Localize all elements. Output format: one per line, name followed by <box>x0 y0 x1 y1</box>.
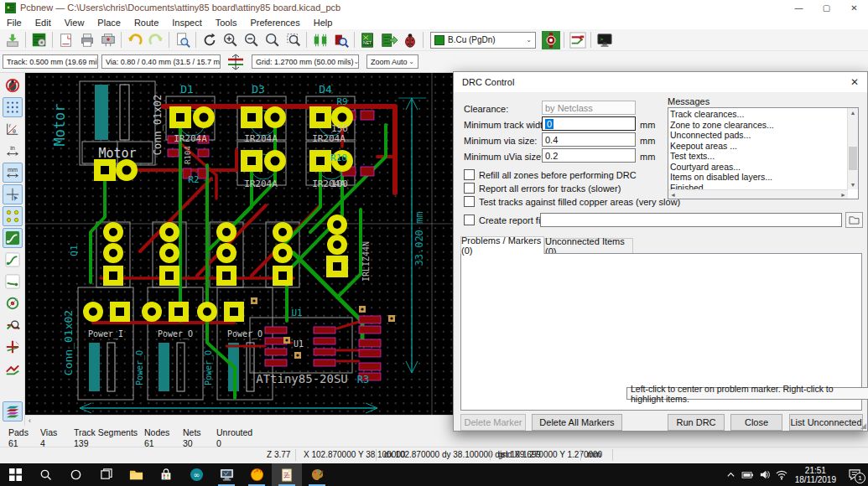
save-icon[interactable] <box>2 30 23 50</box>
hide-ratsnest-icon[interactable] <box>3 228 23 248</box>
zoom-in-icon[interactable] <box>220 30 241 50</box>
units-mm-icon[interactable]: mm <box>3 163 23 183</box>
min-uvia-size-input[interactable]: 0.2 <box>542 148 636 163</box>
search-icon[interactable] <box>30 463 60 486</box>
zone-fill-icon[interactable] <box>3 315 23 335</box>
zone-unfill-icon[interactable] <box>3 337 23 357</box>
layers-manager-icon[interactable] <box>3 401 23 421</box>
units-inches-icon[interactable]: in <box>3 141 23 161</box>
microsoft-store-icon[interactable] <box>151 463 181 486</box>
arduino-icon[interactable]: ∞ <box>181 463 211 486</box>
drc-dialog-titlebar[interactable]: DRC Control ✕ <box>454 72 867 92</box>
netlist-icon[interactable]: NET <box>357 30 378 50</box>
grid-select[interactable]: Grid: 1.2700 mm (50.00 mils)⌄ <box>252 54 359 69</box>
active-document-app-icon[interactable] <box>272 463 302 486</box>
pcbnew-palette-icon[interactable] <box>302 463 332 486</box>
menu-tools[interactable]: Tools <box>209 18 244 28</box>
tab-unconnected-items[interactable]: Unconnected Items (0) <box>544 238 633 254</box>
start-button[interactable] <box>0 463 30 486</box>
battery-icon[interactable] <box>740 463 756 486</box>
scripting-console-icon[interactable]: >_ <box>594 30 615 50</box>
menu-route[interactable]: Route <box>127 18 165 28</box>
footprint-viewer-icon[interactable] <box>330 30 351 50</box>
run-drc-button[interactable]: Run DRC <box>668 414 725 431</box>
auto-delete-track-icon[interactable] <box>3 271 23 292</box>
resize-grip[interactable]: ◢ <box>860 421 866 430</box>
drc-bug-icon[interactable] <box>399 30 420 50</box>
report-file-input[interactable] <box>540 213 842 227</box>
task-view-icon[interactable] <box>91 463 121 486</box>
zone-outline-icon[interactable] <box>3 359 23 379</box>
wifi-icon[interactable] <box>773 463 790 486</box>
pcb-canvas[interactable]: Motor Conn_01x02 Motor D1 D3 D4 IR204A I… <box>25 73 453 415</box>
test-tracks-checkbox[interactable]: Test tracks against filled copper areas … <box>464 196 680 207</box>
messages-horizontal-scrollbar[interactable]: ◄► <box>668 189 848 199</box>
clearance-field: by Netclass <box>542 101 636 115</box>
menu-help[interactable]: Help <box>307 18 340 28</box>
redo-icon[interactable] <box>145 30 166 50</box>
auto-track-width-icon[interactable] <box>226 53 245 73</box>
min-via-size-input[interactable]: 0.4 <box>542 132 636 147</box>
polar-coordinates-icon[interactable]: θr <box>3 119 23 139</box>
menu-place[interactable]: Place <box>91 18 127 28</box>
menu-edit[interactable]: Edit <box>29 18 58 28</box>
minimize-button[interactable]: — <box>785 0 813 15</box>
plot-icon[interactable] <box>97 30 118 50</box>
board-setup-icon[interactable] <box>29 30 49 50</box>
page-settings-icon[interactable] <box>55 30 76 50</box>
show-grid-icon[interactable] <box>3 97 23 117</box>
kicad-app-icon[interactable] <box>211 463 242 486</box>
app-icon <box>5 3 16 13</box>
report-all-errors-checkbox[interactable]: Report all errors for tracks (slower) <box>464 183 621 194</box>
refill-zones-checkbox[interactable]: Refill all zones before performing DRC <box>464 169 637 180</box>
cursor-shape-icon[interactable] <box>3 184 23 204</box>
layer-selector[interactable]: B.Cu (PgDn) ⌄ <box>430 32 536 49</box>
track-width-icon[interactable] <box>567 30 588 50</box>
taskbar: ∞ 21:51 18/11/2019 1 <box>0 463 868 486</box>
firefox-icon[interactable] <box>242 463 272 486</box>
scroll-left-icon[interactable]: ‹ <box>25 416 31 425</box>
close-button[interactable]: ✕ <box>840 0 868 15</box>
delete-marker-button[interactable]: Delete Marker <box>460 414 526 431</box>
canvas-horizontal-scrollbar[interactable]: ‹ <box>25 415 453 426</box>
print-icon[interactable] <box>76 30 97 50</box>
list-unconnected-button[interactable]: List Unconnected <box>789 414 863 431</box>
min-track-width-input[interactable]: 0 <box>542 116 636 131</box>
messages-list[interactable]: Track clearances... Zone to zone clearan… <box>668 107 859 199</box>
menu-file[interactable]: File <box>0 18 29 28</box>
show-zones-icon[interactable] <box>3 293 23 313</box>
show-footprint-ratsnest-icon[interactable] <box>3 250 23 270</box>
refresh-icon[interactable] <box>199 30 220 50</box>
track-width-select[interactable]: Track: 0.500 mm (19.69 mils)⌄ <box>3 54 98 69</box>
zoom-selection-icon[interactable] <box>283 30 304 50</box>
zoom-out-icon[interactable] <box>241 30 262 50</box>
cortana-icon[interactable] <box>60 463 91 486</box>
tab-problems-markers[interactable]: Problems / Markers (0) <box>460 236 544 254</box>
zoom-select[interactable]: Zoom Auto⌄ <box>366 54 418 69</box>
volume-icon[interactable] <box>756 463 773 486</box>
via-size-select[interactable]: Via: 0.80 / 0.40 mm (31.5 / 15.7 mils) *… <box>101 54 221 69</box>
drc-close-icon[interactable]: ✕ <box>850 76 859 88</box>
update-pcb-icon[interactable] <box>378 30 399 50</box>
tray-expand-icon[interactable] <box>723 463 740 486</box>
show-ratsnest-icon[interactable] <box>3 206 23 226</box>
drc-off-icon[interactable] <box>3 75 23 96</box>
create-report-checkbox[interactable]: Create report file: <box>464 215 550 225</box>
file-explorer-icon[interactable] <box>121 463 151 486</box>
via-tool-icon[interactable] <box>540 30 561 50</box>
delete-all-markers-button[interactable]: Delete All Markers <box>532 414 622 431</box>
maximize-button[interactable]: ▢ <box>813 0 840 15</box>
min-track-width-label: Minimum track width: <box>464 120 550 130</box>
action-center-icon[interactable]: 1 <box>841 463 868 486</box>
menu-preferences[interactable]: Preferences <box>243 18 306 28</box>
menu-view[interactable]: View <box>58 18 91 28</box>
close-drc-button[interactable]: Close <box>730 414 782 431</box>
menu-inspect[interactable]: Inspect <box>165 18 208 28</box>
undo-icon[interactable] <box>124 30 145 50</box>
messages-vertical-scrollbar[interactable]: ▲▼ <box>847 108 858 189</box>
footprint-mode-icon[interactable] <box>309 30 330 50</box>
clock[interactable]: 21:51 18/11/2019 <box>795 466 836 484</box>
browse-folder-button[interactable] <box>845 212 863 228</box>
find-icon[interactable] <box>172 30 193 50</box>
zoom-fit-icon[interactable] <box>262 30 283 50</box>
